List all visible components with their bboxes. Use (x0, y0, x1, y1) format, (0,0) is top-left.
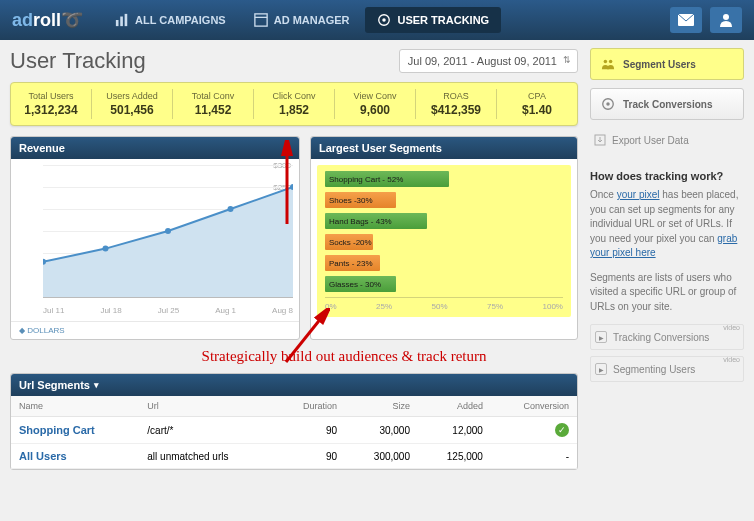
stat-item: Total Conv11,452 (173, 89, 254, 119)
stat-value: 1,312,234 (15, 103, 87, 117)
stat-item: Total Users1,312,234 (11, 89, 92, 119)
stat-label: View Conv (339, 91, 411, 101)
segment-name[interactable]: All Users (11, 444, 139, 469)
play-icon: ▶ (595, 363, 607, 375)
stat-label: Total Users (15, 91, 87, 101)
nav-ad-manager[interactable]: Ad Manager (242, 7, 362, 33)
your-pixel-link[interactable]: your pixel (617, 189, 660, 200)
chevron-down-icon: ▾ (94, 380, 99, 390)
help-paragraph-1: Once your pixel has been placed, you can… (590, 188, 744, 261)
svg-point-18 (604, 60, 608, 64)
layout-icon (254, 13, 268, 27)
help-paragraph-2: Segments are lists of users who visited … (590, 271, 744, 315)
svg-point-10 (103, 246, 109, 252)
stat-label: Total Conv (177, 91, 249, 101)
mail-icon (678, 14, 694, 26)
segment-users-button[interactable]: Segment Users (590, 48, 744, 80)
column-header[interactable]: Duration (275, 396, 345, 417)
svg-point-12 (228, 206, 234, 212)
nav-all-campaigns[interactable]: All Campaigns (103, 7, 238, 33)
mail-button[interactable] (670, 7, 702, 33)
panel-header: Revenue (11, 137, 299, 159)
segment-name[interactable]: Shopping Cart (11, 417, 139, 444)
export-user-data-link[interactable]: Export User Data (590, 128, 744, 152)
video-segmenting-users[interactable]: ▶ Segmenting Users video (590, 356, 744, 382)
segments-panel: Largest User Segments Shopping Cart - 52… (310, 136, 578, 340)
svg-point-19 (609, 60, 613, 64)
check-icon: ✓ (555, 423, 569, 437)
video-tracking-conversions[interactable]: ▶ Tracking Conversions video (590, 324, 744, 350)
chart-unit-label: Dollars (11, 321, 299, 339)
stat-item: CPA$1.40 (497, 89, 577, 119)
column-header[interactable]: Conversion (491, 396, 577, 417)
revenue-panel: Revenue $50$100$150$200$250$300Jul 11Jul… (10, 136, 300, 340)
revenue-chart: $50$100$150$200$250$300Jul 11Jul 18Jul 2… (17, 165, 293, 315)
column-header[interactable]: Name (11, 396, 139, 417)
export-icon (594, 134, 606, 146)
user-icon (719, 13, 733, 27)
stat-label: Click Conv (258, 91, 330, 101)
target-icon (377, 13, 391, 27)
page-title: User Tracking (10, 48, 146, 74)
svg-point-6 (383, 18, 387, 22)
table-row[interactable]: Shopping Cart/cart/*9030,00012,000✓ (11, 417, 577, 444)
stat-value: $1.40 (501, 103, 573, 117)
column-header[interactable]: Url (139, 396, 275, 417)
url-segments-table: NameUrlDurationSizeAddedConversion Shopp… (11, 396, 577, 469)
track-conversions-button[interactable]: Track Conversions (590, 88, 744, 120)
svg-point-21 (606, 102, 610, 106)
right-sidebar: Segment Users Track Conversions Export U… (590, 48, 744, 470)
annotation-text: Strategically build out audiences & trac… (110, 348, 578, 365)
column-header[interactable]: Added (418, 396, 491, 417)
stat-label: Users Added (96, 91, 168, 101)
stat-label: CPA (501, 91, 573, 101)
stat-value: 11,452 (177, 103, 249, 117)
stat-item: Users Added501,456 (92, 89, 173, 119)
svg-rect-0 (116, 20, 119, 26)
svg-point-8 (723, 14, 729, 20)
stat-item: ROAS$412,359 (416, 89, 497, 119)
stat-value: 1,852 (258, 103, 330, 117)
logo[interactable]: adroll➰ (12, 9, 83, 31)
chart-icon (115, 13, 129, 27)
play-icon: ▶ (595, 331, 607, 343)
url-segments-panel: Url Segments▾ NameUrlDurationSizeAddedCo… (10, 373, 578, 470)
column-header[interactable]: Size (345, 396, 418, 417)
stat-label: ROAS (420, 91, 492, 101)
svg-rect-2 (125, 14, 128, 26)
stat-value: 9,600 (339, 103, 411, 117)
stats-bar: Total Users1,312,234Users Added501,456To… (10, 82, 578, 126)
svg-rect-1 (120, 17, 123, 27)
target-icon (601, 97, 615, 111)
stat-value: $412,359 (420, 103, 492, 117)
svg-point-11 (165, 228, 171, 234)
table-row[interactable]: All Usersall unmatched urls90300,000125,… (11, 444, 577, 469)
panel-header: Url Segments▾ (11, 374, 577, 396)
date-range-picker[interactable]: Jul 09, 2011 - August 09, 2011 (399, 49, 578, 73)
stat-value: 501,456 (96, 103, 168, 117)
users-icon (601, 57, 615, 71)
stat-item: Click Conv1,852 (254, 89, 335, 119)
help-heading: How does tracking work? (590, 170, 744, 182)
segments-chart: Shopping Cart - 52%Shoes -30%Hand Bags -… (317, 165, 571, 317)
stat-item: View Conv9,600 (335, 89, 416, 119)
top-nav: adroll➰ All Campaigns Ad Manager User Tr… (0, 0, 754, 40)
profile-button[interactable] (710, 7, 742, 33)
nav-user-tracking[interactable]: User Tracking (365, 7, 501, 33)
panel-header: Largest User Segments (311, 137, 577, 159)
svg-rect-3 (255, 14, 267, 26)
